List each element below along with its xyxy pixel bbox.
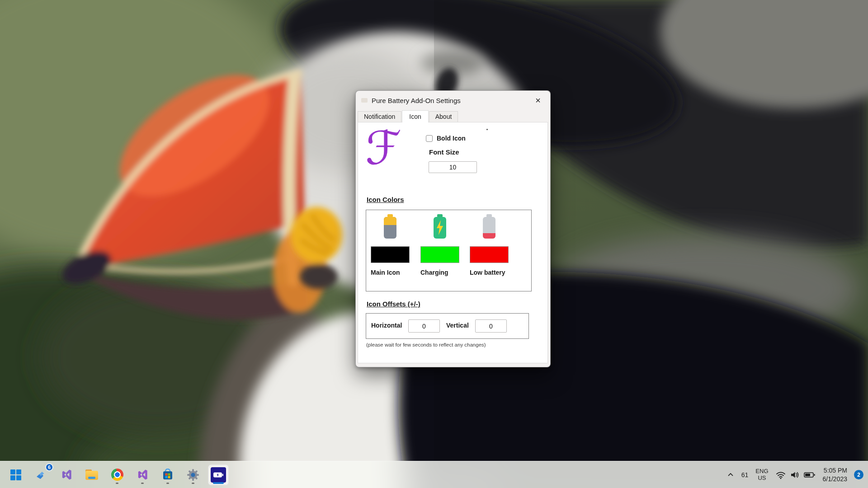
font-size-input[interactable]: [429, 161, 477, 173]
close-button[interactable]: ×: [530, 93, 546, 108]
tray-date: 6/1/2023: [823, 475, 848, 483]
color-column-low: Low battery: [470, 210, 509, 291]
clock[interactable]: 5:05 PM 6/1/2023: [820, 466, 851, 484]
settings-gear-icon: [187, 469, 199, 481]
tray-time: 5:05 PM: [824, 466, 847, 474]
azure-devops-icon: [35, 469, 47, 481]
bold-icon-label: Bold Icon: [437, 135, 466, 142]
settings-footnote: (please wait for few seconds to reflect …: [366, 342, 486, 347]
chevron-up-icon: [727, 471, 734, 479]
main-icon-color-swatch[interactable]: [371, 246, 410, 263]
chrome-icon: [111, 469, 123, 481]
battery-charging-icon: [432, 214, 448, 239]
icon-offsets-heading: Icon Offsets (+/-): [367, 300, 420, 308]
battery-main-icon: [382, 214, 398, 239]
color-column-main: Main Icon: [371, 210, 410, 291]
taskbar-item-file-explorer[interactable]: [81, 465, 102, 485]
icon-colors-heading: Icon Colors: [367, 196, 404, 203]
color-column-charging: Charging: [420, 210, 459, 291]
battery-low-icon: [481, 214, 497, 239]
vertical-offset-input[interactable]: [475, 319, 507, 333]
horizontal-offset-input[interactable]: [408, 319, 440, 333]
font-icon-preview: ℱ: [365, 125, 401, 171]
taskbar-apps: 6: [0, 465, 229, 485]
notification-count-badge[interactable]: 2: [854, 470, 863, 479]
taskbar-item-chrome[interactable]: [107, 465, 127, 485]
tab-strip: Notification Icon About: [358, 110, 548, 122]
tray-status-icons[interactable]: [773, 466, 819, 484]
azure-devops-badge: 6: [45, 463, 53, 471]
taskbar-item-visual-studio[interactable]: [56, 465, 77, 485]
visual-studio-icon: [137, 469, 149, 481]
file-explorer-icon: [85, 469, 98, 480]
microsoft-store-icon: [161, 469, 174, 481]
windows-logo-icon: [10, 469, 21, 480]
visual-studio-icon: [61, 469, 73, 481]
running-indicator: [116, 483, 118, 484]
window-title: Pure Battery Add-On Settings: [372, 97, 461, 104]
charging-label: Charging: [420, 269, 448, 276]
taskbar-item-settings[interactable]: [183, 465, 203, 485]
bold-icon-checkbox[interactable]: [426, 135, 433, 142]
active-indicator: [213, 482, 224, 484]
taskbar-item-microsoft-store[interactable]: [157, 465, 178, 485]
desktop: Pure Battery Add-On Settings × Notificat…: [0, 0, 868, 488]
tab-icon[interactable]: Icon: [402, 110, 428, 122]
battery-icon: [804, 470, 816, 479]
tray-overflow-button[interactable]: [724, 466, 737, 484]
tray-battery-percent[interactable]: 61: [738, 466, 752, 484]
close-icon: ×: [535, 95, 541, 106]
icon-colors-group: Main Icon Charging: [366, 210, 532, 291]
running-indicator: [192, 483, 194, 484]
low-battery-color-swatch[interactable]: [470, 246, 509, 263]
window-titlebar[interactable]: Pure Battery Add-On Settings ×: [356, 91, 550, 110]
app-icon: [361, 98, 368, 103]
running-indicator: [166, 483, 169, 484]
taskbar-item-azure-devops[interactable]: 6: [31, 465, 52, 485]
horizontal-label: Horizontal: [371, 322, 402, 329]
main-icon-label: Main Icon: [371, 269, 400, 276]
start-button[interactable]: [5, 465, 26, 485]
icon-offsets-group: Horizontal Vertical: [366, 313, 529, 339]
low-battery-label: Low battery: [470, 269, 505, 276]
running-indicator: [141, 483, 144, 484]
system-tray: 61 ENG US: [724, 466, 868, 484]
language-indicator[interactable]: ENG US: [752, 466, 771, 484]
icon-tab-page: ℱ Bold Icon Font Size Icon Colors: [358, 122, 548, 363]
language-line2: US: [758, 475, 766, 482]
taskbar-item-visual-studio-2[interactable]: [132, 465, 153, 485]
volume-icon: [790, 470, 800, 479]
tab-about[interactable]: About: [429, 111, 458, 122]
charging-color-swatch[interactable]: [420, 246, 459, 263]
vertical-label: Vertical: [446, 322, 469, 329]
stray-dot: [486, 129, 488, 130]
tab-control: Notification Icon About ℱ Bold Icon Font…: [358, 110, 548, 363]
wifi-icon: [776, 470, 786, 479]
tab-notification[interactable]: Notification: [358, 111, 401, 122]
pure-battery-settings-window: Pure Battery Add-On Settings × Notificat…: [355, 90, 551, 367]
font-size-label: Font Size: [429, 148, 459, 156]
taskbar-item-pure-battery-addon[interactable]: [208, 465, 229, 485]
language-line1: ENG: [755, 468, 768, 475]
taskbar: 6: [0, 461, 868, 488]
pure-battery-app-icon: [211, 467, 226, 483]
